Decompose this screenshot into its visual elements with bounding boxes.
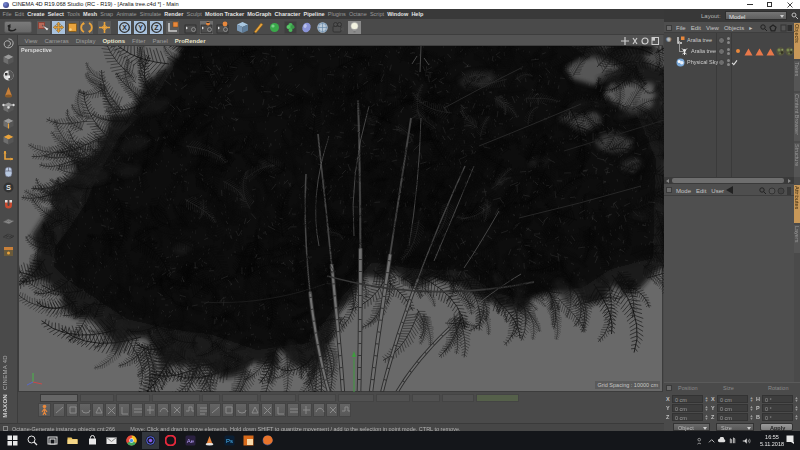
svg-text:Z: Z xyxy=(154,24,159,31)
svg-text:Y: Y xyxy=(138,24,143,31)
svg-text:S: S xyxy=(6,183,11,192)
svg-text:Ae: Ae xyxy=(187,438,195,444)
svg-text:Ps: Ps xyxy=(226,438,233,444)
svg-text:X: X xyxy=(122,24,127,31)
